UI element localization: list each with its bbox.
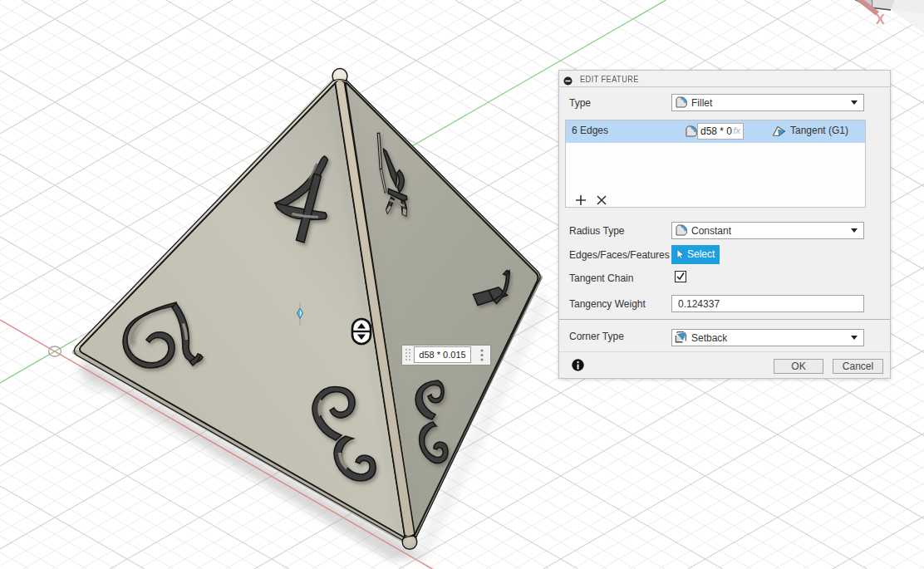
svg-text:X: X — [876, 12, 885, 27]
